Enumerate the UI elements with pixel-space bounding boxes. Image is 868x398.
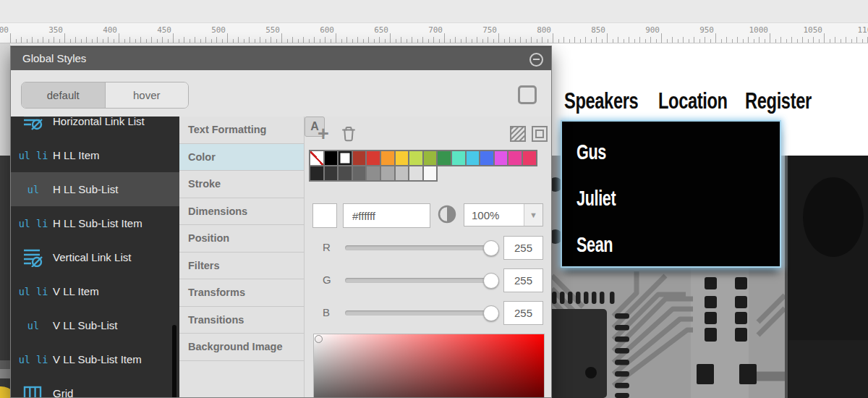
ul-li-icon: ul li [21,150,46,161]
swatch[interactable] [339,166,352,180]
dropdown-item-sean[interactable]: Sean [562,221,780,268]
swatch-none[interactable] [310,151,323,165]
ruler-tick [222,39,223,43]
swatch[interactable] [480,151,493,165]
ruler-tick [737,37,738,43]
slider-thumb-g[interactable] [483,273,499,289]
sidebar-item-v-ll-sub-list-item[interactable]: ul liV LL Sub-List Item [11,342,179,376]
ruler-label: 1050 [793,25,822,35]
ruler-tick [298,39,299,43]
swatch[interactable] [367,166,380,180]
ruler-tick [743,39,744,43]
slider-row-b: B [305,301,551,325]
slider-track-g[interactable] [345,278,497,283]
sidebar-scrollbar[interactable] [172,325,176,398]
swatch[interactable] [353,166,366,180]
ruler-label: 500 [197,25,226,35]
ruler-label: 400 [88,25,117,35]
dropdown-item-juliet[interactable]: Juliet [562,175,780,221]
swatch[interactable] [325,151,338,165]
sidebar-item-h-ll-sub-list[interactable]: ulH LL Sub-List [11,172,179,206]
add-color-button[interactable]: + [318,123,329,145]
swatch[interactable] [353,151,366,165]
section-background-image[interactable]: Background Image [179,334,304,361]
swatch[interactable] [438,151,451,165]
ruler-tick [38,39,38,43]
nav-link-speakers[interactable]: Speakers [564,88,638,114]
swatch[interactable] [424,166,437,180]
section-color[interactable]: Color [179,144,304,172]
fill-pattern-mode-icon[interactable] [509,125,527,145]
dialog-titlebar[interactable]: Global Styles [11,46,551,70]
section-position[interactable]: Position [179,225,304,253]
ruler-tick [732,39,733,43]
slider-track-b[interactable] [345,310,497,316]
slider-value-g[interactable] [503,268,543,292]
slider-track-r[interactable] [345,245,497,250]
delete-color-button[interactable] [341,125,357,145]
swatch[interactable] [325,166,338,180]
gradient-picker[interactable] [313,334,545,398]
slider-value-b[interactable] [503,301,543,325]
ruler-tick [86,37,87,43]
gradient-selector[interactable] [315,335,323,343]
slider-value-r[interactable] [503,236,543,260]
ruler-tick [195,37,195,43]
contrast-icon[interactable] [437,204,457,227]
sidebar-item-v-ll-item[interactable]: ul liV LL Item [11,274,179,308]
ruler-tick [265,39,266,43]
swatch[interactable] [310,166,323,180]
nav-link-location[interactable]: Location [658,88,728,114]
swatch[interactable] [339,151,352,165]
section-dimensions[interactable]: Dimensions [179,198,304,226]
ruler-tick [477,37,477,43]
sidebar-item-v-ll-sub-list[interactable]: ulV LL Sub-List [11,308,179,342]
nav-link-register[interactable]: Register [745,88,812,114]
swatch[interactable] [396,166,409,180]
swatch[interactable] [409,151,422,165]
ruler-label: 1100 [848,25,868,35]
section-stroke[interactable]: Stroke [179,171,304,198]
color-well[interactable] [312,203,337,228]
section-transitions[interactable]: Transitions [179,307,304,334]
swatch[interactable] [452,151,465,165]
sidebar-item-grid[interactable]: Grid [11,376,179,398]
section-list: Text FormattingColorStrokeDimensionsPosi… [179,117,305,398]
slider-thumb-r[interactable] [483,240,499,256]
minimize-icon[interactable] [529,53,543,67]
ruler-tick [146,39,147,43]
swatch[interactable] [509,151,522,165]
dropdown-item-gus[interactable]: Gus [562,129,780,175]
slider-thumb-b[interactable] [483,305,499,321]
sidebar-item-h-ll-sub-list-item[interactable]: ul liH LL Sub-List Item [11,206,179,240]
ruler-label: 650 [359,25,388,35]
ruler-tick [699,39,700,43]
swatch[interactable] [381,166,394,180]
chevron-down-icon[interactable]: ▼ [524,204,542,226]
swatch[interactable] [409,166,422,180]
swatch[interactable] [367,151,380,165]
ruler-tick [16,39,17,43]
swatch[interactable] [424,151,437,165]
tab-default[interactable]: default [22,82,105,108]
opacity-dropdown[interactable]: 100% ▼ [464,203,543,226]
tab-hover[interactable]: hover [105,82,189,108]
sidebar-item-vertical-link-list[interactable]: Vertical Link List [11,240,179,274]
slider-row-g: G [305,268,551,292]
sidebar-item-h-ll-item[interactable]: ul liH LL Item [11,138,179,172]
section-text-formatting[interactable]: Text Formatting [179,117,304,144]
section-filters[interactable]: Filters [179,253,304,280]
ruler-tick [482,39,483,43]
section-transforms[interactable]: Transforms [179,279,304,307]
shape-style-icon[interactable] [518,85,537,104]
swatch[interactable] [467,151,480,165]
state-segmented-control: default hover [21,82,189,109]
swatch[interactable] [495,151,508,165]
sidebar-item-horizontal-link-list[interactable]: Horizontal Link List [11,117,179,138]
swatch[interactable] [396,151,409,165]
swatch[interactable] [523,151,536,165]
ruler-tick [32,37,33,43]
swatch[interactable] [381,151,394,165]
hex-input[interactable] [343,203,430,228]
frame-mode-icon[interactable] [531,125,548,145]
